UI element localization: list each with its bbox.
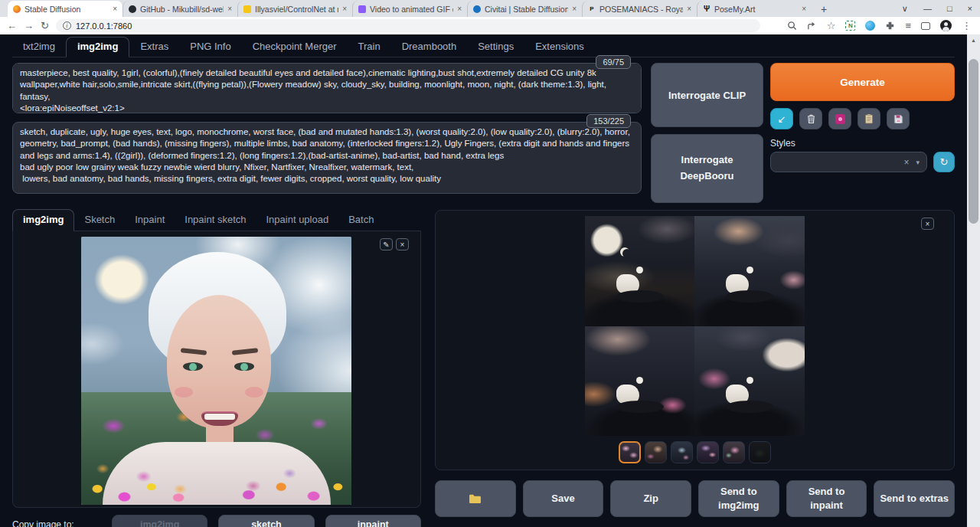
share-icon[interactable] xyxy=(807,21,817,31)
page-scrollbar[interactable]: ▲ xyxy=(967,34,980,527)
browser-tab-posemyart[interactable]: Ψ PoseMy.Art × xyxy=(697,1,812,17)
open-output-folder-button[interactable] xyxy=(435,480,516,517)
edit-image-button[interactable]: ✎ xyxy=(380,238,393,250)
gallery-thumbnail-6[interactable] xyxy=(749,441,771,463)
copy-to-sketch-button[interactable]: sketch xyxy=(218,515,314,527)
site-info-icon[interactable]: i xyxy=(63,21,71,30)
send-to-extras-button[interactable]: Send to extras xyxy=(874,480,955,517)
tab-close-icon[interactable]: × xyxy=(113,5,117,13)
interrogate-clip-button[interactable]: Interrogate CLIP xyxy=(651,63,763,127)
new-tab-button[interactable]: + xyxy=(816,2,831,17)
save-button[interactable]: Save xyxy=(523,480,604,517)
copy-image-row: Copy image to: img2img sketch inpaint xyxy=(12,515,421,527)
extensions-puzzle-icon[interactable] xyxy=(885,21,895,31)
tab-close-icon[interactable]: × xyxy=(457,5,462,13)
tab-title: Civitai | Stable Diffusion model xyxy=(485,5,568,14)
paste-generation-params-button[interactable]: ↙ xyxy=(770,108,793,129)
output-panel: × xyxy=(435,210,955,527)
remove-image-button[interactable]: × xyxy=(396,238,409,250)
profile-avatar[interactable] xyxy=(940,20,952,31)
zip-button[interactable]: Zip xyxy=(610,480,691,517)
gallery-thumbnail-3[interactable] xyxy=(671,441,693,463)
subtab-inpaint-upload[interactable]: Inpaint upload xyxy=(256,210,338,231)
posemaniacs-favicon-icon: P xyxy=(588,5,596,13)
bookmark-star-icon[interactable]: ☆ xyxy=(827,21,836,31)
subtab-inpaint[interactable]: Inpaint xyxy=(125,210,175,231)
floppy-disk-icon xyxy=(893,114,903,124)
tab-close-icon[interactable]: × xyxy=(342,5,347,13)
send-to-img2img-button[interactable]: Send to img2img xyxy=(698,480,779,517)
extra-networks-button[interactable] xyxy=(828,108,851,129)
prompt-column: 69/75 masterpiece, best quality, 1girl, … xyxy=(12,63,642,203)
browser-tab-posemaniacs[interactable]: P POSEMANIACS - Royalty free 3 × xyxy=(582,1,697,17)
gallery-thumbnail-5[interactable] xyxy=(723,441,745,463)
save-style-button[interactable] xyxy=(887,108,910,129)
trash-icon xyxy=(806,113,816,124)
tab-close-icon[interactable]: × xyxy=(687,5,691,13)
selected-output-image[interactable] xyxy=(585,216,805,436)
tab-extensions[interactable]: Extensions xyxy=(524,38,595,57)
subtab-inpaint-sketch[interactable]: Inpaint sketch xyxy=(175,210,256,231)
tab-train[interactable]: Train xyxy=(348,38,391,57)
tab-settings[interactable]: Settings xyxy=(467,38,524,57)
browser-menu-icon[interactable]: ⋮ xyxy=(962,21,972,31)
scrollbar-thumb[interactable] xyxy=(969,59,978,224)
clear-styles-icon[interactable]: × xyxy=(903,157,909,168)
source-image[interactable] xyxy=(81,237,351,505)
tab-png-info[interactable]: PNG Info xyxy=(179,38,241,57)
window-minimize-button[interactable]: — xyxy=(923,4,932,13)
extension-blue-icon[interactable] xyxy=(865,21,875,31)
apply-style-button[interactable] xyxy=(858,108,880,129)
zoom-icon[interactable] xyxy=(787,21,797,31)
copy-to-img2img-button: img2img xyxy=(112,515,207,527)
tab-search-chevron-icon[interactable]: ∨ xyxy=(902,4,908,14)
send-to-inpaint-button[interactable]: Send to inpaint xyxy=(786,480,867,517)
gallery-thumbnail-2[interactable] xyxy=(645,441,667,463)
forward-icon[interactable]: → xyxy=(24,21,34,31)
refresh-styles-button[interactable]: ↻ xyxy=(933,152,955,172)
generate-button[interactable]: Generate xyxy=(770,63,955,101)
tab-dreambooth[interactable]: Dreambooth xyxy=(391,38,468,57)
prompt-input[interactable]: masterpiece, best quality, 1girl, (color… xyxy=(12,63,642,113)
tab-extras[interactable]: Extras xyxy=(129,38,179,57)
browser-tab-civitai[interactable]: Civitai | Stable Diffusion model × xyxy=(467,1,582,17)
stable-diffusion-webui-window: Stable Diffusion × GitHub - Mikubill/sd-… xyxy=(0,0,980,527)
browser-tab-controlnet[interactable]: Illyasviel/ControlNet at main × xyxy=(237,1,352,17)
tab-close-icon[interactable]: × xyxy=(572,5,577,13)
negative-prompt-input[interactable]: sketch, duplicate, ugly, huge eyes, text… xyxy=(12,122,642,194)
clear-prompt-button[interactable] xyxy=(799,108,822,129)
close-icon: × xyxy=(926,220,930,228)
clipboard-icon xyxy=(864,113,874,124)
browser-tab-github[interactable]: GitHub - Mikubill/sd-webui-con × xyxy=(122,1,237,17)
browser-tab-gif-converter[interactable]: Video to animated GIF converter × xyxy=(352,1,467,17)
subtab-sketch[interactable]: Sketch xyxy=(74,210,125,231)
tab-img2img[interactable]: img2img xyxy=(66,37,129,57)
extension-n-icon[interactable]: N xyxy=(845,21,855,31)
styles-dropdown[interactable]: × ▾ xyxy=(770,152,927,172)
close-gallery-button[interactable]: × xyxy=(921,218,934,230)
browser-tab-strip: Stable Diffusion × GitHub - Mikubill/sd-… xyxy=(0,0,980,17)
gallery-thumbnail-4[interactable] xyxy=(697,441,719,463)
reload-icon[interactable]: ↻ xyxy=(41,21,49,31)
url-field[interactable]: i 127.0.0.1:7860 xyxy=(56,19,760,32)
tab-checkpoint-merger[interactable]: Checkpoint Merger xyxy=(242,38,348,57)
reading-list-icon[interactable]: ≡ xyxy=(905,21,911,31)
scrollbar-up-arrow-icon[interactable]: ▲ xyxy=(967,34,980,45)
window-close-button[interactable]: × xyxy=(968,4,972,13)
browser-tab-stable-diffusion[interactable]: Stable Diffusion × xyxy=(8,1,122,17)
tab-close-icon[interactable]: × xyxy=(227,5,232,13)
tab-title: Video to animated GIF converter xyxy=(370,5,453,14)
interrogate-deepbooru-button[interactable]: Interrogate DeepBooru xyxy=(651,134,763,203)
subtab-batch[interactable]: Batch xyxy=(338,210,384,231)
tab-txt2img[interactable]: txt2img xyxy=(12,38,66,57)
subtab-img2img[interactable]: img2img xyxy=(12,209,74,231)
split-window-icon[interactable] xyxy=(921,22,930,30)
back-icon[interactable]: ← xyxy=(7,21,17,31)
gallery-thumbnail-1[interactable] xyxy=(619,441,641,463)
copy-to-inpaint-button[interactable]: inpaint xyxy=(325,515,421,527)
window-maximize-button[interactable]: □ xyxy=(947,4,952,13)
tab-close-icon[interactable]: × xyxy=(802,5,806,13)
negative-prompt-wrapper: 153/225 sketch, duplicate, ugly, huge ey… xyxy=(12,122,642,194)
source-image-dropzone[interactable]: ✎ × xyxy=(12,231,421,508)
output-image-quadrant-2 xyxy=(694,216,805,326)
